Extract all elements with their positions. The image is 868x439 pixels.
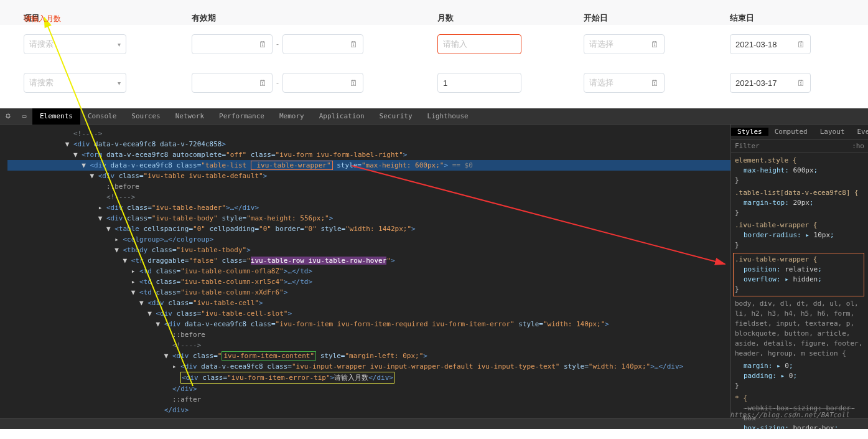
date-placeholder: 请选择 <box>589 39 614 50</box>
devtools-tab-network[interactable]: Network <box>168 108 212 125</box>
calendar-icon: 🗓 <box>259 78 267 88</box>
devtools-tabs: ElementsConsoleSourcesNetworkPerformance… <box>32 108 476 125</box>
calendar-icon: 🗓 <box>797 40 805 49</box>
calendar-icon: 🗓 <box>651 78 659 88</box>
error-tooltip: 请输入月数 <box>24 14 61 24</box>
range-separator: - <box>276 78 279 87</box>
styles-tab-event[interactable]: Event <box>851 128 868 136</box>
project-select[interactable]: 请搜索 ▾ <box>24 34 126 54</box>
end-date[interactable]: 2021-03-17 🗓 <box>730 73 811 93</box>
devtools-panel: ⯐ ▭ ElementsConsoleSourcesNetworkPerform… <box>0 108 868 429</box>
calendar-icon: 🗓 <box>350 40 358 49</box>
months-input[interactable]: 请输入 <box>437 34 521 54</box>
calendar-icon: 🗓 <box>797 78 805 88</box>
devtools-tab-application[interactable]: Application <box>312 108 372 125</box>
devtools-tab-elements[interactable]: Elements <box>32 108 80 125</box>
range-separator: - <box>276 40 279 49</box>
project-select[interactable]: 请搜索 ▾ <box>24 73 126 93</box>
valid-from-date[interactable]: 🗓 <box>192 73 273 93</box>
devtools-tab-console[interactable]: Console <box>80 108 124 125</box>
valid-to-date[interactable]: 🗓 <box>282 34 363 54</box>
date-value: 2021-03-17 <box>735 78 777 88</box>
table-header: 项目 有效期 月数 开始日 结束日 <box>0 0 868 25</box>
elements-tree[interactable]: <!----> ▼ <div data-v-ecea9fc8 data-v-72… <box>0 125 730 418</box>
devtools-tab-security[interactable]: Security <box>372 108 420 125</box>
input-value: 1 <box>443 78 447 88</box>
table-row: 请搜索 ▾ 🗓 - 🗓 请输入 请选择 🗓 <box>0 25 868 64</box>
watermark: https://blog.csdn.net/BATcoll <box>730 411 849 419</box>
header-months: 月数 <box>437 12 584 24</box>
styles-panel: StylesComputedLayoutEvent Filter :ho ele… <box>730 125 868 418</box>
date-value: 2021-03-18 <box>735 40 777 49</box>
table-row: 请搜索 ▾ 🗓 - 🗓 1 请选择 🗓 <box>0 64 868 102</box>
header-validity: 有效期 <box>192 12 437 24</box>
valid-to-date[interactable]: 🗓 <box>282 73 363 93</box>
devtools-tab-memory[interactable]: Memory <box>272 108 312 125</box>
calendar-icon: 🗓 <box>350 78 358 88</box>
calendar-icon: 🗓 <box>259 40 267 49</box>
devtools-tab-performance[interactable]: Performance <box>212 108 272 125</box>
valid-from-date[interactable]: 🗓 <box>192 34 273 54</box>
highlighted-rule: .ivu-table-wrapper { position: relative;… <box>733 253 864 296</box>
header-start: 开始日 <box>584 12 730 24</box>
devtools-tab-lighthouse[interactable]: Lighthouse <box>420 108 476 125</box>
devtools-tab-sources[interactable]: Sources <box>124 108 167 125</box>
inspect-icon[interactable]: ⯐ <box>0 108 16 125</box>
styles-tab-computed[interactable]: Computed <box>768 128 814 136</box>
months-input[interactable]: 1 <box>437 73 521 93</box>
select-placeholder: 请搜索 <box>29 39 54 50</box>
styles-filter[interactable]: Filter :ho <box>731 139 868 153</box>
select-placeholder: 请搜索 <box>29 77 54 88</box>
styles-tab-layout[interactable]: Layout <box>814 128 851 136</box>
calendar-icon: 🗓 <box>651 40 659 49</box>
date-placeholder: 请选择 <box>589 77 614 88</box>
start-date[interactable]: 请选择 🗓 <box>584 73 665 93</box>
styles-tabs: StylesComputedLayoutEvent <box>731 125 868 139</box>
input-placeholder: 请输入 <box>443 39 467 50</box>
start-date[interactable]: 请选择 🗓 <box>584 34 665 54</box>
table-area: 请输入月数 项目 有效期 月数 开始日 结束日 请搜索 ▾ 🗓 - 🗓 <box>0 0 868 108</box>
devtools-toolbar: ⯐ ▭ ElementsConsoleSourcesNetworkPerform… <box>0 108 868 125</box>
device-icon[interactable]: ▭ <box>16 108 32 125</box>
end-date[interactable]: 2021-03-18 🗓 <box>730 34 811 54</box>
styles-tab-styles[interactable]: Styles <box>731 128 768 136</box>
chevron-down-icon: ▾ <box>118 41 121 48</box>
chevron-down-icon: ▾ <box>118 80 121 87</box>
header-end: 结束日 <box>730 12 854 24</box>
